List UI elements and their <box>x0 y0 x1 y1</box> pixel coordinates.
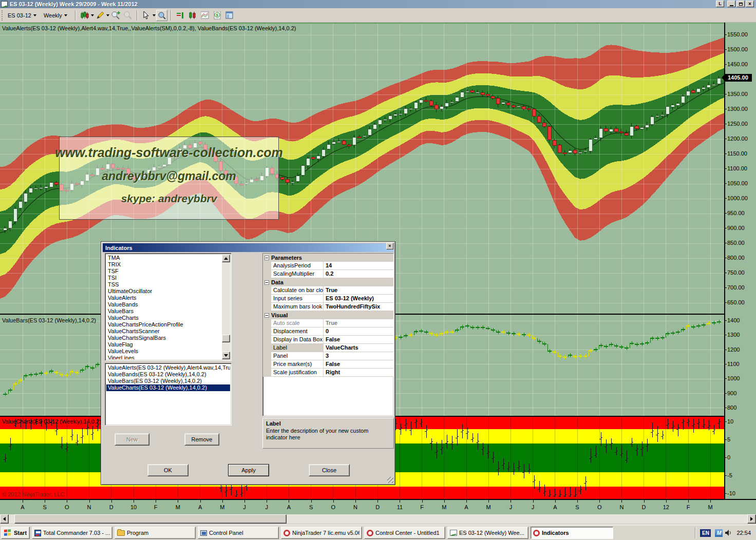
scrollbar-thumb[interactable] <box>222 335 230 342</box>
available-indicators-list[interactable]: TMATRIXTSFTSITSSUltimateOscillatorValueA… <box>105 253 232 361</box>
property-value[interactable]: 3 <box>324 352 393 360</box>
indicator-list-item[interactable]: UltimateOscillator <box>106 288 222 295</box>
indicator-list-item[interactable]: ValueAlerts <box>106 295 222 301</box>
property-row[interactable]: AnalysisPeriod14 <box>263 262 393 270</box>
resize-grip[interactable] <box>387 477 393 483</box>
property-value[interactable]: True <box>324 319 393 327</box>
collapse-minus-icon[interactable] <box>264 280 269 285</box>
start-button[interactable]: Start <box>1 527 30 539</box>
property-group-header[interactable]: Visual <box>263 311 393 319</box>
indicator-list-item[interactable]: ValueLevels <box>106 348 222 355</box>
chart-style-button[interactable] <box>79 10 90 21</box>
zoom-in-button[interactable] <box>110 10 121 21</box>
indicator-list-item[interactable]: ValueBands <box>106 301 222 308</box>
data-box-button[interactable] <box>156 10 167 21</box>
period-dropdown[interactable]: Weekly <box>42 11 69 20</box>
indicator-list-item[interactable]: ValueCharts <box>106 315 222 321</box>
dialog-close-button[interactable]: × <box>386 243 393 249</box>
property-row[interactable]: Display in Data BoxFalse <box>263 336 393 344</box>
horizontal-scrollbar[interactable] <box>0 514 756 524</box>
chevron-down-icon[interactable] <box>153 14 156 16</box>
link-button[interactable]: L <box>716 1 724 7</box>
indicator-list-item[interactable]: ValueChartsSignalBars <box>106 335 222 341</box>
scroll-right-button[interactable] <box>747 514 756 524</box>
selected-indicator-item[interactable]: ValueAlerts(ES 03-12 (Weekly),Alert4.wav… <box>106 364 230 371</box>
property-row[interactable]: Maximum bars look backTwoHundredFiftySix <box>263 303 393 311</box>
indicator-list-item[interactable]: TRIX <box>106 261 222 268</box>
taskbar-item-es-03-12-weekly-wee[interactable]: ES 03-12 (Weekly) Wee... <box>447 527 528 539</box>
taskbar-item-program[interactable]: Program <box>115 527 196 539</box>
ok-button[interactable]: OK <box>147 464 188 476</box>
horizontal-grid-button[interactable] <box>175 10 186 21</box>
property-row[interactable]: Calculate on bar closeTrue <box>263 286 393 295</box>
property-row[interactable]: Panel3 <box>263 352 393 360</box>
time-axis[interactable]: ASOND10FMAMJJASOND11FMAMJJASOND12FM <box>0 499 756 514</box>
property-row[interactable]: LabelValueCharts <box>263 344 393 352</box>
close-button[interactable]: × <box>746 1 754 7</box>
property-value[interactable]: 0.2 <box>324 270 393 278</box>
indicator-list-item[interactable]: TSS <box>106 281 222 288</box>
property-value[interactable]: True <box>324 286 393 295</box>
property-group-header[interactable]: Parameters <box>263 254 393 262</box>
selected-indicator-item[interactable]: ValueBars(ES 03-12 (Weekly),14,0.2) <box>106 378 230 384</box>
property-value[interactable]: 14 <box>324 262 393 270</box>
indicator-list-item[interactable]: ValueChartsPriceActionProfile <box>106 321 222 328</box>
minimize-button[interactable] <box>727 1 735 7</box>
property-value[interactable]: Right <box>324 369 393 377</box>
line-chart-button[interactable] <box>199 10 211 21</box>
chart-window-button[interactable] <box>187 10 198 21</box>
chevron-down-icon[interactable] <box>106 14 109 16</box>
property-value[interactable]: ValueCharts <box>324 344 393 352</box>
selected-indicator-item[interactable]: ValueBands(ES 03-12 (Weekly),14,0.2) <box>106 371 230 378</box>
volume-icon[interactable] <box>725 529 732 536</box>
remove-button[interactable]: Remove <box>184 433 219 446</box>
cursor-tool-button[interactable] <box>141 10 152 21</box>
indicator-properties-grid[interactable]: ParametersAnalysisPeriod14ScalingMultipl… <box>262 253 394 416</box>
property-row[interactable]: Input seriesES 03-12 (Weekly) <box>263 295 393 303</box>
taskbar-item-indicators[interactable]: Indicators <box>531 527 613 539</box>
price-axis[interactable]: 1550.001500.001450.001400.001350.001300.… <box>724 23 756 499</box>
taskbar-item-control-center-untitled1[interactable]: Control Center - Untitled1 <box>364 527 445 539</box>
language-indicator[interactable]: EN <box>700 529 711 537</box>
property-group-header[interactable]: Data <box>263 278 393 286</box>
collapse-minus-icon[interactable] <box>264 313 269 318</box>
property-value[interactable]: ES 03-12 (Weekly) <box>324 295 393 303</box>
messenger-icon[interactable]: M <box>715 529 723 537</box>
chevron-down-icon[interactable] <box>91 14 94 16</box>
restore-button[interactable] <box>736 1 745 7</box>
dialog-title-bar[interactable]: Indicators <box>103 243 393 252</box>
taskbar-item-control-panel[interactable]: Control Panel <box>198 527 279 539</box>
indicator-list-item[interactable]: ValueChartsScanner <box>106 328 222 335</box>
toolbar-grip[interactable] <box>2 10 3 21</box>
properties-panel-button[interactable] <box>224 10 235 21</box>
property-value[interactable]: False <box>324 336 393 344</box>
indicator-list-item[interactable]: TSI <box>106 275 222 281</box>
property-value[interactable]: TwoHundredFiftySix <box>324 303 393 311</box>
scroll-up-button[interactable] <box>222 255 230 262</box>
draw-tool-button[interactable] <box>94 10 106 21</box>
indicator-list-item[interactable]: TSF <box>106 268 222 275</box>
property-row[interactable]: Scale justificationRight <box>263 369 393 377</box>
property-value[interactable]: False <box>324 360 393 369</box>
selected-indicator-item[interactable]: ValueCharts(ES 03-12 (Weekly),14,0.2) <box>106 384 230 391</box>
scroll-left-button[interactable] <box>0 514 9 524</box>
property-row[interactable]: ScalingMultiplier0.2 <box>263 270 393 278</box>
indicator-list-item[interactable]: ValueBars <box>106 308 222 315</box>
property-value[interactable]: 0 <box>324 327 393 336</box>
report-button[interactable]: $ <box>212 10 223 21</box>
property-row[interactable]: Displacement0 <box>263 327 393 336</box>
list-scrollbar[interactable] <box>222 255 230 359</box>
scrollbar-thumb[interactable] <box>14 514 287 524</box>
instrument-dropdown[interactable]: ES 03-12 <box>6 11 39 20</box>
collapse-minus-icon[interactable] <box>264 256 269 260</box>
title-bar[interactable]: ES 03-12 (Weekly) Week 29/2009 - Week 11… <box>0 0 756 8</box>
indicator-list-item[interactable]: ValueFlag <box>106 341 222 348</box>
scroll-down-button[interactable] <box>222 352 230 359</box>
taskbar-item-total-commander-7-03[interactable]: Total Commander 7.03 - ... <box>32 527 112 539</box>
indicator-list-item[interactable]: TMA <box>106 255 222 261</box>
indicator-list-item[interactable]: ViperLines <box>106 355 222 359</box>
property-row[interactable]: Auto scaleTrue <box>263 319 393 327</box>
property-row[interactable]: Price marker(s)False <box>263 360 393 369</box>
taskbar-item-ninjatrader-7-lic-emu-v5-06[interactable]: NinjaTrader 7 lic.emu v5.06 <box>281 527 362 539</box>
apply-button[interactable]: Apply <box>228 464 269 476</box>
